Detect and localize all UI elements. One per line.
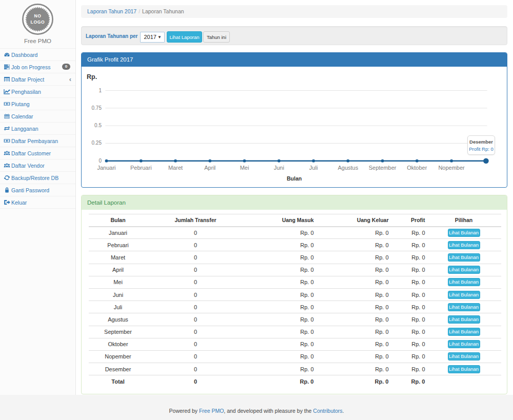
svg-text:April: April bbox=[204, 164, 215, 170]
svg-text:Januari: Januari bbox=[97, 164, 115, 170]
svg-text:Oktober: Oktober bbox=[407, 164, 427, 170]
svg-text:Juni: Juni bbox=[274, 164, 284, 170]
svg-text:Mei: Mei bbox=[240, 164, 249, 170]
svg-text:0.5: 0.5 bbox=[94, 123, 102, 128]
svg-text:September: September bbox=[369, 164, 397, 170]
svg-text:0.25: 0.25 bbox=[92, 140, 102, 146]
svg-text:Maret: Maret bbox=[168, 164, 183, 170]
svg-text:LOGO: LOGO bbox=[30, 19, 45, 25]
svg-text:Agustus: Agustus bbox=[338, 164, 358, 170]
svg-text:Bulan: Bulan bbox=[287, 175, 302, 182]
svg-text:Nopember: Nopember bbox=[438, 164, 465, 170]
svg-text:0: 0 bbox=[98, 157, 102, 163]
svg-text:0.75: 0.75 bbox=[92, 105, 102, 110]
svg-text:Juli: Juli bbox=[309, 164, 318, 170]
svg-text:NO: NO bbox=[34, 13, 41, 18]
svg-text:1: 1 bbox=[98, 87, 102, 93]
svg-text:Pebruari: Pebruari bbox=[130, 164, 152, 170]
